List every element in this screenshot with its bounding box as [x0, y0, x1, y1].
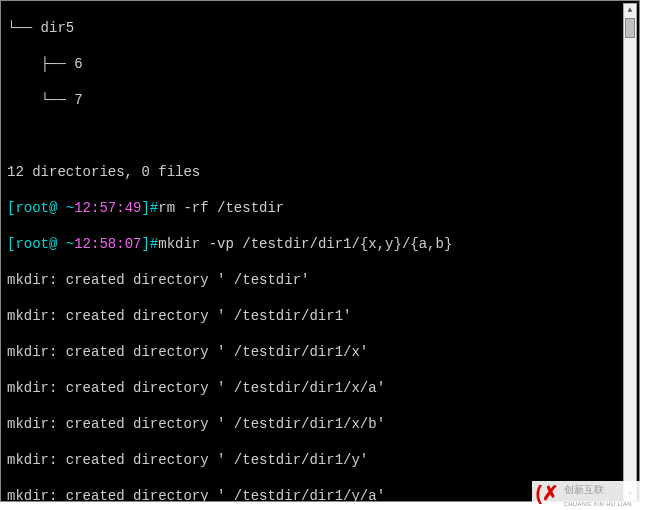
prompt-time: 12:58:07	[74, 236, 141, 252]
tree-line: └── dir5	[7, 20, 74, 36]
prompt-close: ]#	[141, 200, 158, 216]
watermark-name: 创新互联	[564, 484, 604, 495]
scroll-thumb[interactable]	[625, 18, 635, 38]
mkdir-output: mkdir: created directory ' /testdir/dir1…	[7, 416, 385, 432]
watermark: (✗ 创新互联 CHUANG XIN HU LIAN	[532, 481, 640, 510]
mkdir-output: mkdir: created directory ' /testdir/dir1…	[7, 344, 368, 360]
command-rm: rm -rf /testdir	[158, 200, 284, 216]
mkdir-output: mkdir: created directory ' /testdir'	[7, 272, 309, 288]
mkdir-output: mkdir: created directory ' /testdir/dir1…	[7, 452, 368, 468]
terminal-window[interactable]: └── dir5 ├── 6 └── 7 12 directories, 0 f…	[0, 0, 640, 502]
watermark-logo-icon: (✗	[536, 481, 560, 505]
tree-summary: 12 directories, 0 files	[7, 164, 200, 180]
scroll-up-icon[interactable]: ▲	[624, 4, 636, 16]
mkdir-output: mkdir: created directory ' /testdir/dir1…	[7, 380, 385, 396]
prompt-close: ]#	[141, 236, 158, 252]
terminal-content: └── dir5 ├── 6 └── 7 12 directories, 0 f…	[7, 1, 633, 502]
prompt-user: [root@ ~	[7, 236, 74, 252]
tree-line: └── 7	[7, 92, 83, 108]
prompt-user: [root@ ~	[7, 200, 74, 216]
scrollbar-vertical[interactable]: ▲ ▼	[623, 3, 637, 501]
command-mkdir: mkdir -vp /testdir/dir1/{x,y}/{a,b}	[158, 236, 452, 252]
mkdir-output: mkdir: created directory ' /testdir/dir1…	[7, 308, 351, 324]
tree-line: ├── 6	[7, 56, 83, 72]
watermark-sub: CHUANG XIN HU LIAN	[564, 501, 632, 507]
mkdir-output: mkdir: created directory ' /testdir/dir1…	[7, 488, 385, 502]
prompt-time: 12:57:49	[74, 200, 141, 216]
